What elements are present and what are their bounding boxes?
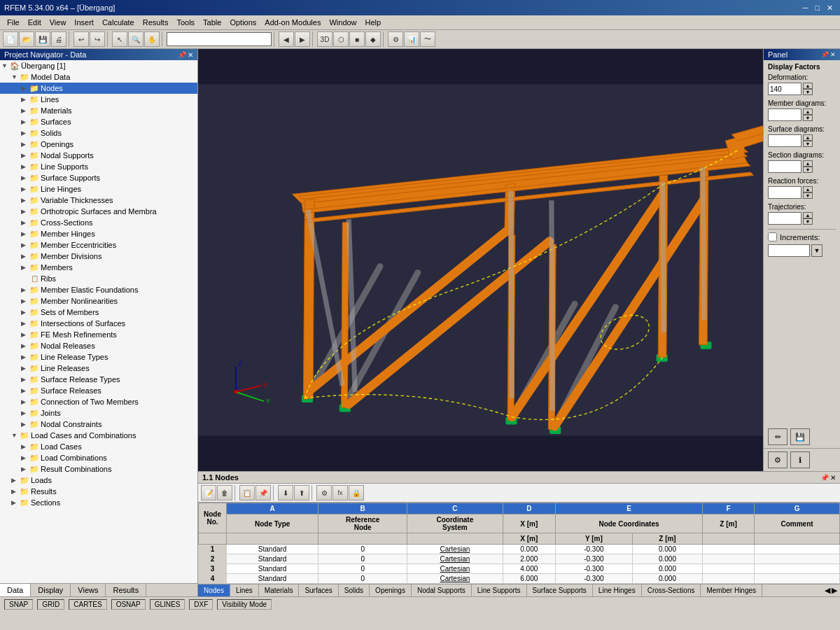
- table-close-button[interactable]: ✕: [830, 474, 836, 482]
- status-item-dxf[interactable]: DXF: [189, 599, 213, 610]
- increments-dropdown-button[interactable]: ▼: [811, 244, 822, 257]
- tree-item[interactable]: ▶📁Member Hinges: [0, 228, 197, 239]
- tree-item[interactable]: ▶📁Load Combinations: [0, 452, 197, 463]
- menu-item-tools[interactable]: Tools: [172, 17, 199, 28]
- tree-item[interactable]: ▶📁Openings: [0, 139, 197, 150]
- table-row[interactable]: 4 Standard 0 Cartesian 6.000 -0.300 0.00…: [199, 574, 840, 584]
- tab-nodes[interactable]: Nodes: [198, 584, 230, 596]
- panel-save-button[interactable]: 💾: [790, 428, 810, 445]
- undo-button[interactable]: ↩: [74, 31, 89, 47]
- close-button[interactable]: ✕: [824, 4, 836, 13]
- pan-button[interactable]: ✋: [144, 31, 160, 47]
- tree-item[interactable]: ▶📁Nodal Supports: [0, 150, 197, 161]
- section-diagrams-down-button[interactable]: ▼: [803, 167, 813, 173]
- nav-close-button[interactable]: ✕: [188, 51, 193, 59]
- status-item-snap[interactable]: SNAP: [4, 599, 33, 610]
- trajectories-up-button[interactable]: ▲: [803, 212, 813, 218]
- print-button[interactable]: 🖨: [51, 31, 66, 47]
- tree-item[interactable]: ▶📁Line Releases: [0, 363, 197, 374]
- surface-diagrams-up-button[interactable]: ▲: [803, 134, 813, 141]
- panel-pin-button[interactable]: 📌: [821, 50, 829, 59]
- tree-item[interactable]: ▶📁Line Hinges: [0, 183, 197, 195]
- table-delete-button[interactable]: 🗑: [217, 485, 232, 500]
- section-diagrams-input[interactable]: [768, 160, 802, 173]
- tab-cross-sections[interactable]: Cross-Sections: [642, 584, 701, 596]
- tree-item[interactable]: ▶📁Member Divisions: [0, 251, 197, 262]
- render-button[interactable]: ◆: [365, 31, 381, 47]
- menu-item-results[interactable]: Results: [139, 17, 173, 28]
- tab-scroll-buttons[interactable]: ◀▶: [822, 584, 840, 596]
- nav-pin-button[interactable]: 📌: [178, 51, 186, 59]
- status-item-cartes[interactable]: CARTES: [69, 599, 106, 610]
- increments-input[interactable]: [768, 244, 810, 257]
- tree-item[interactable]: ▶📁Members: [0, 262, 197, 273]
- table-fx-button[interactable]: fx: [332, 485, 348, 500]
- panel-edit-button[interactable]: ✏: [768, 428, 788, 445]
- tab-nodal-supports[interactable]: Nodal Supports: [412, 584, 472, 596]
- table-pin-button[interactable]: 📌: [820, 474, 829, 482]
- tab-lines[interactable]: Lines: [230, 584, 259, 596]
- tree-item[interactable]: ▶📁Sections: [0, 497, 197, 508]
- reaction-forces-down-button[interactable]: ▼: [803, 192, 813, 199]
- panel-close-button[interactable]: ✕: [830, 50, 836, 59]
- result-button[interactable]: 📊: [404, 31, 419, 47]
- combo-input[interactable]: CO15 - SK (LF1): [167, 32, 272, 46]
- save-button[interactable]: 💾: [35, 31, 50, 47]
- tree-item[interactable]: ▶📁Connection of Two Members: [0, 396, 197, 407]
- menu-item-insert[interactable]: Insert: [70, 17, 98, 28]
- member-diagrams-down-button[interactable]: ▼: [803, 115, 813, 121]
- deformation-down-button[interactable]: ▼: [803, 89, 813, 95]
- menu-item-edit[interactable]: Edit: [24, 17, 46, 28]
- tree-item[interactable]: ▶📁FE Mesh Refinements: [0, 329, 197, 340]
- tree-item[interactable]: ▶📁Surface Supports: [0, 172, 197, 183]
- table-filter-button[interactable]: ⚙: [316, 485, 332, 500]
- tree-item[interactable]: ▶📁Surface Releases: [0, 385, 197, 396]
- select-button[interactable]: ↖: [112, 31, 127, 47]
- menu-item-view[interactable]: View: [46, 17, 71, 28]
- reaction-forces-up-button[interactable]: ▲: [803, 186, 813, 192]
- nav-tab-display[interactable]: Display: [31, 584, 71, 596]
- tab-surface-supports[interactable]: Surface Supports: [527, 584, 593, 596]
- tree-item[interactable]: ▶📁Nodes: [0, 83, 197, 94]
- tree-item[interactable]: ▶📁Load Cases: [0, 441, 197, 452]
- panel-info-button[interactable]: ℹ: [790, 451, 810, 468]
- panel-settings-button[interactable]: ⚙: [768, 451, 788, 468]
- table-row[interactable]: 3 Standard 0 Cartesian 4.000 -0.300 0.00…: [199, 564, 840, 574]
- tree-item[interactable]: ▼📁Model Data: [0, 71, 197, 83]
- increments-checkbox[interactable]: [768, 232, 777, 241]
- table-paste-button[interactable]: 📌: [255, 485, 271, 500]
- tree-item[interactable]: ▶📁Member Elastic Foundations: [0, 284, 197, 295]
- tab-line-hinges[interactable]: Line Hinges: [593, 584, 642, 596]
- calc-button[interactable]: ⚙: [388, 31, 403, 47]
- tab-solids[interactable]: Solids: [339, 584, 370, 596]
- nav-tab-results[interactable]: Results: [106, 584, 146, 596]
- nav-tab-views[interactable]: Views: [71, 584, 106, 596]
- reaction-forces-input[interactable]: [768, 186, 802, 199]
- tab-surfaces[interactable]: Surfaces: [299, 584, 338, 596]
- tree-item[interactable]: ▶📁Line Supports: [0, 161, 197, 172]
- tree-item[interactable]: 📋Ribs: [0, 273, 197, 284]
- zoom-button[interactable]: 🔍: [128, 31, 144, 47]
- tree-item[interactable]: ▶📁Member Nonlinearities: [0, 295, 197, 307]
- open-button[interactable]: 📂: [19, 31, 34, 47]
- table-copy-button[interactable]: 📋: [239, 485, 255, 500]
- new-button[interactable]: 📄: [3, 31, 18, 47]
- tree-item[interactable]: ▶📁Line Release Types: [0, 351, 197, 363]
- menu-item-window[interactable]: Window: [325, 17, 360, 28]
- tree-item[interactable]: ▶📁Surface Release Types: [0, 374, 197, 385]
- surface-diagrams-down-button[interactable]: ▼: [803, 141, 813, 147]
- menu-item-file[interactable]: File: [3, 17, 24, 28]
- tree-item[interactable]: ▼🏠Übergang [1]: [0, 60, 197, 71]
- table-row[interactable]: 2 Standard 0 Cartesian 2.000 -0.300 0.00…: [199, 554, 840, 564]
- viewport[interactable]: X Y Z: [198, 49, 763, 471]
- status-item-grid[interactable]: GRID: [37, 599, 64, 610]
- tree-item[interactable]: ▶📁Member Eccentricities: [0, 239, 197, 251]
- tree-item[interactable]: ▼📁Load Cases and Combinations: [0, 430, 197, 441]
- tab-prev-button[interactable]: ◀: [825, 586, 830, 595]
- table-import-button[interactable]: ⬇: [278, 485, 293, 500]
- surface-diagrams-input[interactable]: [768, 134, 802, 147]
- status-item-visibility-mode[interactable]: Visibility Mode: [217, 599, 272, 610]
- tree-item[interactable]: ▶📁Variable Thicknesses: [0, 195, 197, 206]
- menu-item-table[interactable]: Table: [199, 17, 225, 28]
- minimize-button[interactable]: ─: [800, 4, 811, 13]
